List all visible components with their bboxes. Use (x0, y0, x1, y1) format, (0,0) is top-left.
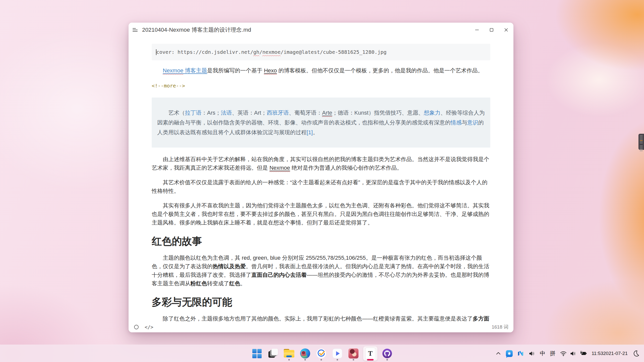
chevron-up-icon (495, 350, 501, 356)
outline-minimap[interactable] (638, 134, 644, 150)
mail-n-icon (517, 350, 524, 357)
clock[interactable]: 11:53 2021-07-21 (589, 347, 630, 359)
play-icon (332, 348, 342, 358)
paragraph-red-color[interactable]: 主题的颜色以红色为主色调，其 red, green, blue 分别对应 255… (152, 254, 490, 288)
media-player-button[interactable] (330, 346, 344, 361)
minimize-button[interactable] (470, 23, 484, 37)
speaker-icon (529, 350, 535, 357)
close-button[interactable] (499, 23, 513, 37)
chat-app-tray-icon[interactable]: ✱ (504, 347, 515, 359)
maximize-icon (489, 27, 494, 32)
paragraph-art-explain[interactable]: 由上述维基百科中关于艺术的解释，站在我的角度，其实可以很自然的把我的博客主题归类… (152, 155, 490, 172)
quick-settings-button[interactable] (558, 347, 589, 359)
inline-link[interactable]: 意识 (467, 119, 478, 126)
close-icon (504, 27, 509, 32)
word-count[interactable]: 1618 词 (492, 324, 508, 330)
window-title: 20210404-Nexmoe 博客主题的设计理念.md (142, 26, 251, 34)
paragraph-many-people[interactable]: 其实有很多人并不喜欢我的主题，因为他们觉得这个主题颜色太多，以红色为主色调、还附… (152, 201, 490, 227)
speaker-icon (570, 350, 577, 357)
ime-pinyin-indicator[interactable]: 拼 (548, 347, 558, 359)
typora-t-icon: T (363, 346, 378, 361)
focus-assist-button[interactable] (630, 347, 641, 359)
heading-red-story[interactable]: 红色的故事 (152, 235, 490, 248)
heading-colorful[interactable]: 多彩与无限的可能 (152, 295, 490, 308)
github-desktop-button[interactable] (380, 346, 394, 361)
chat-star-icon: ✱ (506, 350, 513, 357)
file-explorer-button[interactable] (282, 346, 296, 361)
record-circle-icon[interactable] (134, 324, 139, 330)
inline-link[interactable]: 拉丁语 (185, 110, 202, 116)
todo-check-icon (316, 348, 326, 358)
paragraph-intro[interactable]: Nexmoe 博客主题是我所编写的一个基于 Hexo 的博客模板。但他不仅仅是一… (152, 66, 490, 75)
desktop-wallpaper: 20210404-Nexmoe 博客主题的设计理念.md cover: http… (0, 0, 644, 362)
clock-time: 11:53 (592, 350, 603, 356)
taskbar: T ✱ (0, 345, 644, 362)
pinned-avatar-app-button[interactable] (346, 346, 360, 361)
document-editor[interactable]: cover: https://cdn.jsdelivr.net/gh/nexmo… (129, 37, 513, 322)
todo-button[interactable] (314, 346, 328, 361)
source-code-icon[interactable]: </> (145, 324, 153, 330)
front-matter-code-block[interactable]: cover: https://cdn.jsdelivr.net/gh/nexmo… (152, 44, 490, 60)
minimize-icon (474, 27, 479, 32)
typora-button[interactable]: T (363, 346, 378, 361)
edge-button[interactable] (298, 346, 312, 361)
clock-date: 2021-07-21 (603, 350, 628, 356)
mail-app-tray-icon[interactable] (515, 347, 526, 359)
battery-charging-icon (580, 351, 587, 356)
task-view-button[interactable] (266, 346, 280, 361)
inline-link[interactable]: 法语 (221, 110, 232, 116)
ime-mode-indicator[interactable]: 中 (538, 347, 548, 359)
folder-icon (284, 349, 294, 358)
windows-start-icon (252, 349, 262, 358)
titlebar[interactable]: 20210404-Nexmoe 博客主题的设计理念.md (129, 23, 513, 37)
edge-browser-icon (300, 348, 310, 358)
hidden-icons-button[interactable] (493, 347, 504, 359)
typora-window: 20210404-Nexmoe 博客主题的设计理念.md cover: http… (129, 23, 513, 332)
paragraph-art-value[interactable]: 其艺术价值不仅仅是流露于表面的给人的一种感觉：“这个主题看起来还有点好看”，更深… (152, 178, 490, 195)
inline-link[interactable]: Nexmoe (163, 67, 183, 74)
inline-link[interactable]: 情感 (451, 119, 462, 126)
inline-link[interactable]: [1] (307, 129, 313, 135)
inline-link[interactable]: 博客主题 (183, 67, 207, 74)
task-view-icon (268, 348, 278, 358)
moon-icon (632, 350, 639, 357)
start-button[interactable] (250, 346, 264, 361)
anime-avatar-icon (348, 348, 358, 358)
sidebar-toggle-icon[interactable] (133, 27, 139, 32)
statusbar: </> 1618 词 (129, 322, 513, 332)
inline-link[interactable]: 西班牙语 (267, 110, 289, 116)
maximize-button[interactable] (484, 23, 499, 37)
more-comment-tag[interactable]: <!--more--> (152, 81, 490, 90)
inline-link[interactable]: 想象力 (424, 110, 440, 116)
system-tray: ✱ 中 拼 (493, 345, 641, 362)
volume-app-tray-icon[interactable] (526, 347, 538, 359)
paragraph-colorful[interactable]: 除了红色之外，主题很多地方也用了其他的颜色。实际上，我用了彩虹的七种颜色——红橙… (152, 314, 490, 322)
github-octocat-icon (382, 348, 392, 358)
blockquote-art-definition[interactable]: 艺术（拉丁语：Ars；法语、英语：Art；西班牙语、葡萄牙语：Arte；德语：K… (152, 98, 490, 148)
wifi-icon (560, 350, 567, 357)
